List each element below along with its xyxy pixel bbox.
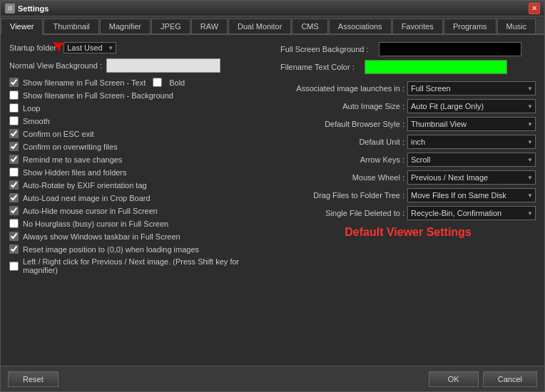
fullscreen-bg-row: Full Screen Background :	[280, 42, 536, 56]
tab-thumbnail[interactable]: Thumbnail	[44, 19, 98, 33]
filename-text-color[interactable]	[365, 60, 507, 74]
default-unit-select[interactable]: inch	[407, 135, 536, 149]
confirm-overwrite-label: Confirm on overwriting files	[23, 143, 118, 151]
confirm-esc-label: Confirm on ESC exit	[23, 130, 94, 138]
normal-bg-label: Normal View Background :	[9, 61, 102, 70]
show-hidden-label: Show Hidden files and folders	[23, 168, 127, 177]
default-unit-label: Default Unit :	[290, 138, 404, 146]
remind-save-row: Remind me to save changes	[9, 155, 268, 164]
associated-row: Associated image launches in : Full Scre…	[280, 81, 536, 96]
default-viewer-settings: Default Viewer Settings	[280, 226, 536, 239]
fullscreen-bg-label: Full Screen Background :	[280, 45, 369, 53]
confirm-overwrite-row: Confirm on overwriting files	[9, 142, 268, 151]
left-panel: Startup folder : Last Used ➤ Normal View…	[9, 42, 273, 278]
tab-magnifier[interactable]: Magnifier	[100, 19, 151, 33]
remind-save-checkbox[interactable]	[9, 155, 19, 164]
drag-files-select[interactable]: Move Files If on Same Disk	[407, 188, 536, 202]
reset-position-label: Reset image position to (0,0) when loadi…	[23, 245, 199, 254]
window-icon: ⚙	[5, 4, 15, 14]
arrow-keys-select[interactable]: Scroll	[407, 153, 536, 167]
normal-bg-row: Normal View Background :	[9, 58, 268, 73]
right-panel: Full Screen Background : Filename Text C…	[280, 42, 536, 278]
show-filename-text-row: Show filename in Full Screen - Text Bold	[9, 78, 268, 87]
show-filename-bg-row: Show filename in Full Screen - Backgroun…	[9, 91, 268, 100]
tab-music[interactable]: Music	[497, 19, 536, 33]
startup-folder-row: Startup folder : Last Used ➤	[9, 42, 268, 53]
smooth-row: Smooth	[9, 116, 268, 125]
cancel-button[interactable]: Cancel	[483, 371, 537, 387]
arrow-keys-label: Arrow Keys :	[290, 155, 404, 164]
confirm-esc-checkbox[interactable]	[9, 129, 19, 138]
show-filename-bg-checkbox[interactable]	[9, 91, 19, 100]
auto-size-select[interactable]: Auto Fit (Large Only)	[407, 99, 536, 113]
nohourglass-label: No Hourglass (busy) cursor in Full Scree…	[23, 220, 168, 228]
tab-raw[interactable]: RAW	[191, 19, 228, 33]
single-file-row: Single File Deleted to : Recycle-Bin, Co…	[280, 206, 536, 220]
loop-label: Loop	[23, 104, 40, 113]
autorotate-row: Auto-Rotate by EXIF orientation tag	[9, 180, 268, 190]
autohide-checkbox[interactable]	[9, 206, 19, 215]
tab-programs[interactable]: Programs	[444, 19, 496, 33]
confirm-esc-row: Confirm on ESC exit	[9, 129, 268, 138]
drag-files-row: Drag Files to Folder Tree : Move Files I…	[280, 188, 536, 202]
tab-dual-monitor[interactable]: Dual Monitor	[228, 19, 291, 33]
confirm-overwrite-checkbox[interactable]	[9, 142, 19, 151]
tab-viewer[interactable]: Viewer	[1, 19, 43, 35]
reset-button[interactable]: Reset	[8, 371, 58, 387]
bold-checkbox[interactable]	[153, 78, 162, 87]
reset-position-row: Reset image position to (0,0) when loadi…	[9, 244, 268, 254]
always-taskbar-checkbox[interactable]	[9, 232, 19, 241]
browser-style-row: Default Browser Style : Thumbnail View	[280, 117, 536, 131]
single-file-select[interactable]: Recycle-Bin, Confirmation	[407, 206, 536, 220]
autoload-row: Auto-Load next image in Crop Board	[9, 193, 268, 202]
filename-color-label: Filename Text Color :	[280, 63, 355, 71]
autorotate-checkbox[interactable]	[9, 180, 19, 190]
smooth-label: Smooth	[23, 117, 50, 125]
nohourglass-checkbox[interactable]	[9, 219, 19, 228]
arrow-keys-row: Arrow Keys : Scroll	[280, 153, 536, 167]
startup-folder-select[interactable]: Last Used	[63, 42, 116, 53]
mouse-wheel-select[interactable]: Previous / Next Image	[407, 170, 536, 185]
single-file-label: Single File Deleted to :	[290, 209, 404, 217]
ok-button[interactable]: OK	[429, 371, 479, 387]
nohourglass-row: No Hourglass (busy) cursor in Full Scree…	[9, 219, 268, 228]
loop-checkbox[interactable]	[9, 103, 19, 113]
smooth-checkbox[interactable]	[9, 116, 19, 125]
reset-position-checkbox[interactable]	[9, 244, 19, 254]
show-hidden-row: Show Hidden files and folders	[9, 167, 268, 177]
left-right-checkbox[interactable]	[9, 262, 19, 271]
drag-files-label: Drag Files to Folder Tree :	[290, 191, 404, 200]
auto-size-label: Auto Image Size :	[290, 102, 404, 110]
startup-folder-label: Startup folder :	[9, 43, 61, 52]
title-bar: ⚙ Settings ✕	[1, 1, 544, 16]
settings-window: ⚙ Settings ✕ Viewer Thumbnail Magnifier …	[0, 0, 545, 392]
associated-label: Associated image launches in :	[290, 84, 404, 93]
mouse-wheel-row: Mouse Wheel : Previous / Next Image	[280, 170, 536, 185]
loop-row: Loop	[9, 103, 268, 113]
always-taskbar-label: Always show Windows taskbar in Full Scre…	[23, 232, 180, 241]
tab-cms[interactable]: CMS	[292, 19, 327, 33]
associated-select[interactable]: Full Screen	[407, 81, 536, 96]
browser-style-select[interactable]: Thumbnail View	[407, 117, 536, 131]
show-hidden-checkbox[interactable]	[9, 167, 19, 177]
remind-save-label: Remind me to save changes	[23, 155, 122, 164]
show-filename-text-label: Show filename in Full Screen - Text	[23, 78, 146, 87]
autohide-label: Auto-Hide mouse cursor in Full Screen	[23, 207, 158, 215]
show-filename-text-checkbox[interactable]	[9, 78, 19, 87]
show-filename-bg-label: Show filename in Full Screen - Backgroun…	[23, 91, 173, 100]
mouse-wheel-label: Mouse Wheel :	[290, 173, 404, 182]
autohide-row: Auto-Hide mouse cursor in Full Screen	[9, 206, 268, 215]
tabs-bar: Viewer Thumbnail Magnifier JPEG RAW Dual…	[1, 16, 544, 35]
normal-bg-input[interactable]	[106, 58, 220, 73]
close-button[interactable]: ✕	[529, 3, 540, 14]
bottom-bar: Reset OK Cancel	[1, 366, 544, 391]
fullscreen-bg-color[interactable]	[379, 42, 521, 56]
window-title: Settings	[18, 4, 49, 13]
tab-jpeg[interactable]: JPEG	[151, 19, 190, 33]
autoload-label: Auto-Load next image in Crop Board	[23, 194, 151, 202]
left-right-label: Left / Right click for Previous / Next i…	[23, 257, 268, 274]
tab-associations[interactable]: Associations	[329, 19, 392, 33]
tab-favorites[interactable]: Favorites	[392, 19, 443, 33]
autoload-checkbox[interactable]	[9, 193, 19, 202]
content-area: Startup folder : Last Used ➤ Normal View…	[1, 35, 544, 366]
